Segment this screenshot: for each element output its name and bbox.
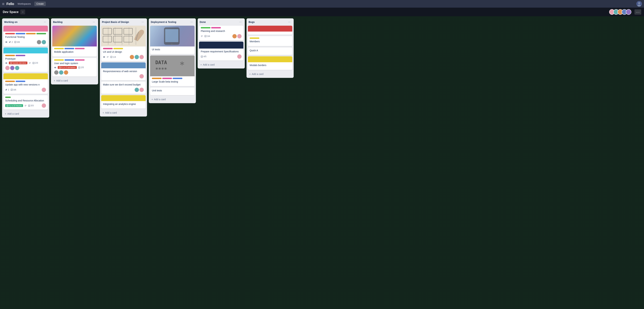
- create-button[interactable]: Create: [34, 2, 46, 6]
- card[interactable]: Unit tests: [150, 88, 194, 95]
- card[interactable]: Scheduling and Resource Allocation il y …: [4, 95, 48, 110]
- card-avatar: [64, 70, 68, 75]
- card-title: UX and UI design: [103, 50, 144, 54]
- list-icon: [201, 35, 203, 37]
- card-meta: 2 0/6: [5, 88, 46, 92]
- workspaces-nav[interactable]: Workspaces: [16, 2, 32, 6]
- add-card-button[interactable]: + Add a card: [4, 111, 48, 116]
- card-avatar: [59, 70, 64, 75]
- card[interactable]: Prototype l'année dernière 2/3: [4, 48, 48, 72]
- card-label: [5, 55, 15, 56]
- card-title: Modals borders: [250, 64, 290, 67]
- card-avatar: [15, 66, 20, 70]
- card-meta: il y a 10 heures 3/3: [5, 103, 46, 108]
- card[interactable]: Planning and research 3/4: [199, 26, 244, 40]
- card[interactable]: Quick A: [248, 48, 292, 55]
- card-label: [16, 55, 25, 56]
- card-label: [5, 96, 11, 98]
- card-title: Prototype: [5, 57, 46, 61]
- card-avatar: [42, 40, 46, 44]
- board-title: Dev Space: [3, 10, 18, 14]
- column-footer: + Add a card: [198, 61, 245, 68]
- plus-icon: +: [200, 63, 202, 66]
- card[interactable]: Modals borders: [248, 56, 292, 70]
- star-button[interactable]: ☆: [20, 10, 25, 14]
- plus-icon: +: [54, 79, 55, 82]
- card[interactable]: Update app with new versions n 2 0/6: [4, 73, 48, 94]
- plus-icon: +: [102, 111, 104, 114]
- card-labels: [5, 81, 46, 82]
- card[interactable]: UI tests: [150, 26, 194, 54]
- card[interactable]: Mobile application: [52, 26, 97, 56]
- add-card-label: Add a card: [56, 79, 68, 82]
- column-project-basis: Project Basis of Design ··· UX and UI de…: [100, 18, 147, 116]
- card[interactable]: [248, 26, 292, 35]
- watch-icon: [103, 56, 105, 58]
- add-card-button[interactable]: + Add a card: [199, 62, 244, 67]
- column-menu-button[interactable]: ···: [43, 20, 47, 24]
- svg-point-1: [638, 2, 640, 4]
- card-title: Planning and research: [201, 30, 242, 33]
- card-labels: [103, 48, 144, 49]
- add-card-label: Add a card: [252, 73, 264, 76]
- card-title: Functional Testing: [5, 35, 46, 39]
- card-title: Update app with new versions n: [5, 83, 46, 86]
- card-avatar: [37, 40, 41, 44]
- add-card-button[interactable]: + Add a card: [52, 78, 97, 83]
- card[interactable]: Prepare requirement Specifications 4/5: [199, 42, 244, 61]
- plus-icon: +: [249, 73, 251, 76]
- card-avatars: [5, 66, 20, 70]
- card-labels: [54, 48, 95, 49]
- card[interactable]: UX and UI design 1/4: [101, 26, 146, 61]
- column-title: Done: [200, 21, 238, 24]
- column-header: Deployment & Testing ···: [149, 18, 196, 25]
- app-logo[interactable]: Fello: [6, 2, 14, 6]
- card[interactable]: Members: [248, 36, 292, 46]
- card[interactable]: Integrating an analytics engine: [101, 95, 146, 109]
- card-avatars: [42, 103, 46, 108]
- card-avatar: [42, 103, 46, 108]
- column-working-on: Working on ··· Functional Testing 2 3/6 …: [2, 18, 49, 118]
- card[interactable]: Responsiveness of web version: [101, 62, 146, 80]
- grid-icon[interactable]: ⊞: [2, 2, 4, 6]
- add-card-button[interactable]: + Add a card: [248, 72, 292, 76]
- card-meta: il y a 2 semaines 2/5: [54, 66, 95, 75]
- card[interactable]: DATA **** * Large Scale beta testing: [150, 56, 194, 86]
- column-footer: + Add a card: [2, 110, 49, 118]
- card-label: [103, 48, 113, 49]
- card-avatar: [237, 54, 242, 59]
- column-footer: + Add a card: [246, 70, 294, 78]
- card-avatars: [37, 40, 46, 44]
- card[interactable]: Functional Testing 2 3/6: [4, 26, 48, 46]
- column-menu-button[interactable]: ···: [287, 20, 292, 24]
- card-label: [75, 59, 84, 61]
- card[interactable]: Make sure we don't exceed budget: [101, 82, 146, 94]
- card-label: [64, 48, 74, 49]
- member-avatar-5[interactable]: [626, 9, 631, 15]
- column-cards: MembersQuick AModals borders: [246, 25, 294, 70]
- column-menu-button[interactable]: ···: [190, 20, 194, 24]
- column-menu-button[interactable]: ···: [238, 20, 243, 24]
- card-meta: 4/5: [201, 54, 242, 59]
- board-more-button[interactable]: ···: [634, 9, 641, 14]
- column-menu-button[interactable]: ···: [140, 20, 145, 24]
- card[interactable]: User and login system il y a 2 semaines …: [52, 58, 97, 77]
- svg-rect-27: [165, 29, 178, 42]
- card-title: Scheduling and Resource Allocation: [5, 99, 46, 102]
- card-label: [54, 48, 64, 49]
- column-cards: UI tests DATA **** * Large Scale beta te…: [149, 25, 196, 96]
- card-labels: [152, 78, 193, 79]
- column-title: Working on: [4, 21, 43, 24]
- card-label: [211, 27, 221, 28]
- card-label: [64, 59, 74, 61]
- top-navigation: ⊞ Fello Workspaces Create: [0, 0, 644, 8]
- board-header: Dev Space ☆ ···: [0, 8, 644, 16]
- user-avatar[interactable]: [636, 1, 642, 6]
- column-menu-button[interactable]: ···: [92, 20, 96, 24]
- card-title: Members: [250, 40, 290, 43]
- add-card-button[interactable]: + Add a card: [150, 97, 194, 102]
- checklist-icon: 3/6: [14, 41, 20, 43]
- card-title: UI tests: [152, 48, 193, 51]
- add-card-button[interactable]: + Add a card: [101, 110, 146, 115]
- svg-text:DATA: DATA: [155, 60, 167, 65]
